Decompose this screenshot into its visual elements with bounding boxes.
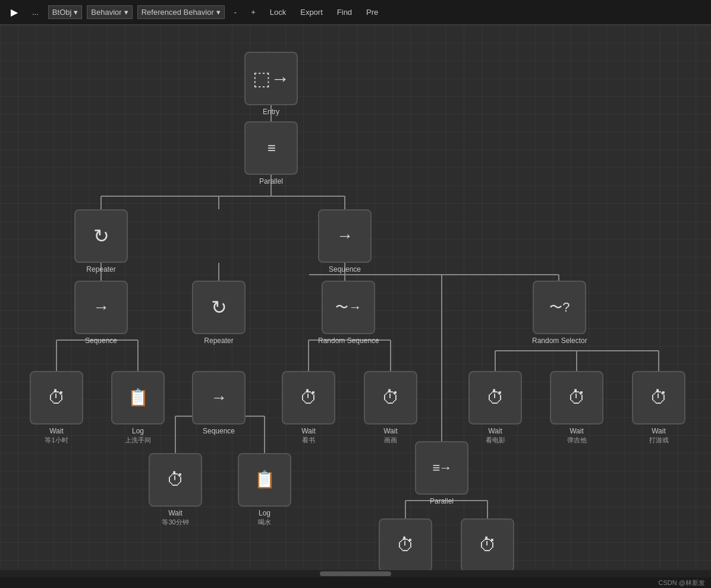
export-button[interactable]: Export	[295, 6, 328, 18]
entry-node[interactable]: ⬚→ Entry	[244, 52, 298, 116]
horizontal-scrollbar[interactable]	[0, 570, 711, 577]
plus-button[interactable]: +	[246, 6, 260, 18]
repeater1-node[interactable]: ↻ Repeater	[74, 209, 128, 273]
behavior-dropdown[interactable]: Behavior ▾	[87, 5, 132, 19]
wait5-node[interactable]: ⏱ Wait 运动	[379, 518, 432, 577]
pre-button[interactable]: Pre	[361, 6, 383, 18]
btobj-dropdown[interactable]: BtObj ▾	[48, 5, 83, 19]
wait8-node[interactable]: ⏱ Wait 弹吉他	[550, 371, 603, 445]
wait9-node[interactable]: ⏱ Wait 打游戏	[632, 371, 685, 445]
sequence-main-node[interactable]: → Sequence	[318, 209, 372, 273]
dots-button[interactable]: ...	[27, 6, 43, 18]
wait3-node[interactable]: ⏱ Wait 看书	[282, 371, 335, 445]
parallel1-node[interactable]: ≡ Parallel	[244, 121, 298, 185]
credit-text: CSDN @林新发	[659, 578, 705, 587]
status-bar: CSDN @林新发	[0, 577, 711, 588]
minus-button[interactable]: -	[229, 6, 241, 18]
scrollbar-thumb[interactable]	[320, 571, 391, 576]
toolbar: ▶ ... BtObj ▾ Behavior ▾ Referenced Beha…	[0, 0, 711, 25]
wait7-node[interactable]: ⏱ Wait 看电影	[468, 371, 522, 445]
wait2-node[interactable]: ⏱ Wait 等30分钟	[149, 453, 202, 527]
sequence1-node[interactable]: → Sequence	[74, 281, 128, 345]
find-button[interactable]: Find	[332, 6, 357, 18]
log1-node[interactable]: 📋 Log 上洗手间	[111, 371, 165, 445]
lock-button[interactable]: Lock	[265, 6, 291, 18]
wait6-node[interactable]: ⏱ Wait 听音乐	[461, 518, 514, 577]
parallel2-node[interactable]: ≡→ Parallel	[415, 441, 468, 505]
sequence2-node[interactable]: → Sequence	[192, 371, 246, 435]
random-sequence-node[interactable]: 〜→ Random Sequence	[318, 281, 379, 345]
wait4-node[interactable]: ⏱ Wait 画画	[364, 371, 417, 445]
ref-behavior-dropdown[interactable]: Referenced Behavior ▾	[137, 5, 225, 19]
wait1-node[interactable]: ⏱ Wait 等1小时	[30, 371, 83, 445]
behavior-tree-canvas: ⬚→ Entry ≡ Parallel ↻ Repeater → Sequenc…	[0, 25, 711, 577]
repeater2-node[interactable]: ↻ Repeater	[192, 281, 246, 345]
random-selector-node[interactable]: 〜? Random Selector	[532, 281, 587, 345]
play-button[interactable]: ▶	[6, 5, 23, 20]
log2-node[interactable]: 📋 Log 喝水	[238, 453, 291, 527]
